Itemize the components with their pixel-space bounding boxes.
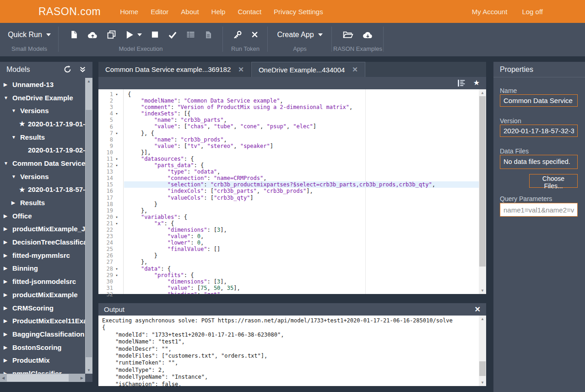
code-line-5[interactable]: "name": "crb3b_parts", — [124, 117, 479, 123]
format-code-icon[interactable] — [457, 79, 466, 87]
scroll-down-arrow-icon[interactable]: ▼ — [479, 381, 486, 385]
cloud-download-icon[interactable] — [363, 31, 373, 39]
nav-link-my-account[interactable]: My Account — [472, 8, 508, 16]
solution-grid-icon[interactable] — [186, 30, 195, 39]
code-line-6[interactable]: "value": ["chas", "tube", "cone", "psup"… — [124, 123, 479, 130]
check-model-icon[interactable] — [168, 30, 177, 39]
code-line-27[interactable]: }, — [124, 259, 479, 265]
expand-arrow-icon[interactable]: ▶ — [4, 358, 12, 363]
fold-arrow-icon[interactable]: ▾ — [113, 163, 120, 168]
code-line-21[interactable]: "x": { — [124, 220, 479, 227]
models-horizontal-scrollbar[interactable]: ◀ ▶ — [0, 374, 85, 382]
tree-item-baggingclassification[interactable]: ▶BaggingClassification — [0, 327, 85, 341]
fold-arrow-icon[interactable]: ▾ — [113, 215, 120, 219]
nav-link-editor[interactable]: Editor — [151, 8, 168, 16]
code-line-23[interactable]: "value": 0, — [124, 233, 479, 240]
fold-arrow-icon[interactable]: ▾ — [113, 267, 120, 271]
collapse-arrow-icon[interactable]: ▼ — [11, 174, 20, 179]
models-vertical-scrollbar[interactable]: ▲ ▼ — [85, 78, 92, 374]
query-parameters-input[interactable] — [500, 203, 578, 217]
refresh-models-icon[interactable] — [64, 65, 71, 73]
scrollbar-thumb[interactable] — [479, 96, 486, 267]
cloud-upload-icon[interactable] — [87, 31, 98, 39]
collapse-arrow-icon[interactable]: ▼ — [4, 95, 12, 100]
tab-close-icon[interactable]: ✕ — [352, 65, 358, 74]
stop-icon[interactable] — [151, 31, 159, 38]
code-line-32[interactable]: "binding": "get", — [124, 291, 479, 294]
tree-item-unnamed-13[interactable]: ▶Unnamed-13 — [0, 78, 85, 91]
code-line-19[interactable]: }, — [124, 207, 479, 214]
choose-files-button[interactable]: Choose Files... — [529, 174, 578, 188]
tree-item-common-data-service-example[interactable]: ▼Common Data Service example — [0, 157, 85, 170]
collapse-arrow-icon[interactable]: ▼ — [11, 108, 20, 113]
expand-arrow-icon[interactable]: ▶ — [4, 345, 12, 350]
scroll-up-arrow-icon[interactable]: ▲ — [479, 317, 486, 321]
quick-run-dropdown[interactable]: Quick Run — [8, 31, 51, 39]
code-line-20[interactable]: "variables": { — [124, 214, 479, 220]
code-area[interactable]: { "modelName": "Common Data Service exam… — [124, 89, 479, 294]
run-options-caret-icon[interactable] — [137, 33, 142, 36]
tree-item-binning[interactable]: ▶Binning — [0, 262, 85, 275]
tree-item-fitted-mypmmlsrc[interactable]: ▶fitted-mypmmlsrc — [0, 249, 85, 262]
code-line-31[interactable]: "value": [75, 50, 35], — [124, 285, 479, 291]
code-line-28[interactable]: "data": { — [124, 266, 479, 272]
create-app-dropdown[interactable]: Create App — [277, 31, 322, 39]
tree-item-productmixexample-jan14[interactable]: ▶productMixExample_Jan14 — [0, 223, 85, 236]
version-input[interactable] — [500, 125, 578, 137]
nav-link-privacy-settings[interactable]: Privacy Settings — [274, 8, 323, 16]
code-line-13[interactable]: "type": "odata", — [124, 169, 479, 175]
code-line-11[interactable]: "datasources": { — [124, 156, 479, 162]
expand-arrow-icon[interactable]: ▶ — [4, 240, 12, 245]
expand-arrow-icon[interactable]: ▶ — [4, 318, 12, 323]
code-line-7[interactable]: }, { — [124, 130, 479, 136]
code-line-18[interactable]: } — [124, 201, 479, 207]
nav-link-log-off[interactable]: Log off — [522, 8, 543, 16]
scroll-left-arrow-icon[interactable]: ◀ — [2, 376, 5, 380]
code-line-4[interactable]: "indexSets": [{ — [124, 110, 479, 117]
fold-arrow-icon[interactable]: ▾ — [113, 111, 120, 116]
tree-item-decisiontreeclassification[interactable]: ▶DecisionTreeClassification — [0, 235, 85, 249]
expand-arrow-icon[interactable]: ▶ — [4, 253, 12, 258]
code-line-26[interactable]: } — [124, 252, 479, 259]
scroll-up-arrow-icon[interactable]: ▲ — [85, 79, 92, 83]
scroll-down-arrow-icon[interactable]: ▼ — [85, 368, 92, 372]
expand-arrow-icon[interactable]: ▶ — [4, 226, 12, 231]
scroll-right-arrow-icon[interactable]: ▶ — [81, 376, 83, 380]
tree-item-productmix[interactable]: ▶ProductMix — [0, 354, 85, 367]
tree-item-results[interactable]: ▼Results — [0, 131, 85, 144]
code-line-10[interactable]: }], — [124, 149, 479, 156]
tree-item-2020-01-17-19-02-1[interactable]: 2020-01-17-19-02-1 — [0, 143, 85, 157]
tree-item-onedrive-example[interactable]: ▼OneDrive Example — [0, 91, 85, 104]
tree-item-versions[interactable]: ▼Versions — [0, 170, 85, 183]
code-line-16[interactable]: "indexCols": ["crb3b_parts", "crb3b_prod… — [124, 188, 479, 194]
expand-arrow-icon[interactable]: ▶ — [11, 200, 20, 205]
tree-item-crmscoring[interactable]: ▶CRMScoring — [0, 301, 85, 315]
expand-arrow-icon[interactable]: ▶ — [4, 305, 12, 310]
name-input[interactable] — [500, 94, 578, 107]
scroll-down-arrow-icon[interactable]: ▼ — [479, 289, 486, 293]
code-line-15[interactable]: "selection": "crb3b_productmixpartses?$s… — [124, 181, 479, 188]
output-vertical-scrollbar[interactable]: ▲ ▼ — [479, 316, 486, 386]
code-line-9[interactable]: "value": ["tv", "stereo", "speaker"] — [124, 143, 479, 149]
code-editor[interactable]: 1▾234▾567▾891011▾12▾1314151617181920▾21▾… — [98, 89, 486, 294]
tree-item-bostonscoring[interactable]: ▶BostonScoring — [0, 341, 85, 354]
run-icon[interactable] — [125, 30, 134, 39]
key-icon[interactable] — [233, 30, 242, 39]
copy-model-icon[interactable] — [107, 30, 116, 39]
fold-arrow-icon[interactable]: ▾ — [113, 273, 120, 278]
tree-item-results[interactable]: ▶Results — [0, 196, 85, 209]
nav-link-about[interactable]: About — [181, 8, 199, 16]
clear-token-icon[interactable] — [251, 31, 258, 38]
open-example-folder-icon[interactable] — [343, 31, 353, 39]
tree-item-productmixexcel11example[interactable]: ▶ProductMixExcel11Example — [0, 314, 85, 327]
scrollbar-thumb[interactable] — [7, 374, 69, 381]
code-line-12[interactable]: "parts_data": { — [124, 162, 479, 169]
code-line-14[interactable]: "connection": "name=CRMProds", — [124, 175, 479, 181]
tree-item-productmixexample[interactable]: ▶productMixExample — [0, 288, 85, 301]
code-line-3[interactable]: "comment": "Version of ProductMix using … — [124, 104, 479, 110]
scrollbar-thumb[interactable] — [479, 361, 486, 376]
output-close-icon[interactable]: ✕ — [475, 305, 481, 314]
tree-item-office[interactable]: ▶Office — [0, 209, 85, 223]
code-line-2[interactable]: "modelName": "Common Data Service exampl… — [124, 98, 479, 104]
expand-arrow-icon[interactable]: ▶ — [4, 82, 12, 87]
